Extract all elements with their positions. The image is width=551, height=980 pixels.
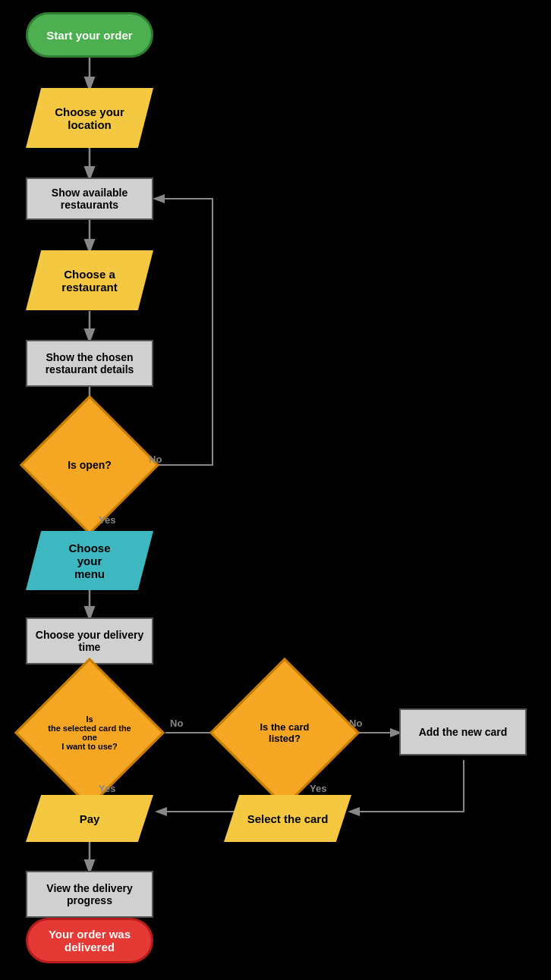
show-restaurants-node: Show available restaurants [26, 177, 153, 220]
is-selected-card-diamond: Is the selected card the one I want to u… [15, 680, 164, 786]
choose-menu-node: Choose your menu [26, 531, 153, 590]
end-terminal: Your order was delivered [26, 918, 153, 963]
is-open-yes-label: Yes [99, 514, 115, 526]
choose-location-node: Choose your location [26, 88, 153, 148]
selected-card-yes-label: Yes [99, 783, 115, 794]
start-terminal: Start your order [26, 12, 153, 58]
card-listed-no-label: No [349, 718, 362, 729]
card-listed-yes-label: Yes [310, 783, 326, 794]
choose-restaurant-node: Choose a restaurant [26, 250, 153, 310]
is-card-listed-diamond: Is the card listed? [224, 680, 345, 786]
selected-card-no-label: No [170, 718, 183, 729]
pay-node: Pay [26, 795, 153, 842]
is-open-no-label: No [149, 454, 162, 465]
show-details-node: Show the chosen restaurant details [26, 340, 153, 387]
view-progress-node: View the delivery progress [26, 871, 153, 918]
select-card-node: Select the card [224, 795, 351, 842]
add-card-node: Add the new card [399, 708, 527, 755]
is-open-diamond: Is open? [40, 416, 139, 514]
flowchart: Start your order Choose your location Sh… [0, 0, 551, 980]
